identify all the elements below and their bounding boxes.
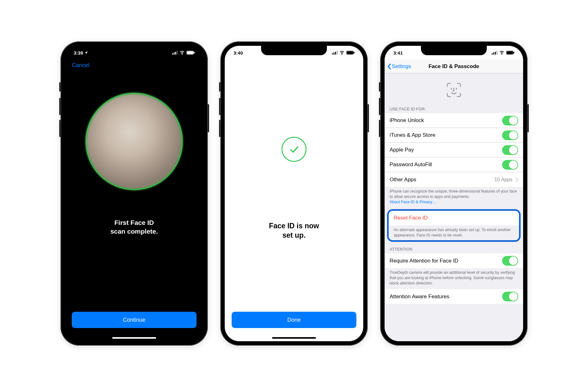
home-indicator[interactable] xyxy=(112,337,156,339)
cellular-icon xyxy=(492,51,497,55)
other-apps-count: 10 Apps xyxy=(494,177,512,183)
row-label: iPhone Unlock xyxy=(390,117,424,124)
home-indicator[interactable] xyxy=(272,337,316,339)
setup-complete-message: Face ID is now set up. xyxy=(225,221,363,240)
row-require-attention[interactable]: Require Attention for Face ID xyxy=(385,253,523,268)
wifi-icon xyxy=(499,51,504,55)
location-icon xyxy=(84,51,88,55)
wifi-icon xyxy=(180,51,185,55)
row-iphone-unlock[interactable]: iPhone Unlock xyxy=(385,113,523,128)
nav-bar: Settings Face ID & Passcode xyxy=(385,60,523,73)
notch xyxy=(421,46,487,55)
chevron-left-icon xyxy=(387,63,391,70)
highlight-reset-faceid: Reset Face ID An alternate appearance ha… xyxy=(387,209,521,242)
battery-icon xyxy=(186,51,195,55)
cellular-icon xyxy=(332,51,338,55)
cellular-icon xyxy=(172,51,178,55)
svg-rect-13 xyxy=(354,52,354,54)
svg-rect-7 xyxy=(332,53,333,55)
phone-2: 3:40 Face ID is now set up. Done xyxy=(220,41,368,346)
battery-icon xyxy=(346,51,354,55)
scan-ring xyxy=(86,93,183,190)
done-button[interactable]: Done xyxy=(232,312,356,328)
faceid-icon xyxy=(385,73,523,105)
toggle-autofill[interactable] xyxy=(502,160,518,170)
row-apple-pay[interactable]: Apple Pay xyxy=(385,143,523,157)
svg-rect-17 xyxy=(496,51,497,55)
svg-rect-16 xyxy=(495,52,496,55)
svg-rect-3 xyxy=(177,51,178,55)
toggle-require-attention[interactable] xyxy=(502,256,518,266)
svg-rect-20 xyxy=(514,52,514,54)
svg-rect-1 xyxy=(174,52,175,55)
svg-rect-5 xyxy=(187,51,193,54)
continue-button[interactable]: Continue xyxy=(72,312,197,328)
svg-rect-0 xyxy=(172,53,173,55)
svg-rect-8 xyxy=(333,52,334,55)
row-label: iTunes & App Store xyxy=(390,132,435,138)
notch xyxy=(101,46,167,55)
toggle-iphone-unlock[interactable] xyxy=(502,116,518,125)
scan-complete-message: First Face ID scan complete. xyxy=(65,218,203,236)
back-button[interactable]: Settings xyxy=(387,63,411,70)
footer-use-for: iPhone can recognize the unique, three-d… xyxy=(385,187,523,208)
row-other-apps[interactable]: Other Apps 10 Apps xyxy=(385,172,523,187)
svg-rect-10 xyxy=(337,51,338,55)
row-autofill[interactable]: Password AutoFill xyxy=(385,157,523,172)
row-label: Password AutoFill xyxy=(390,162,432,168)
notch xyxy=(261,46,327,55)
section-header-usefor: USE FACE ID FOR: xyxy=(385,105,523,113)
toggle-attention-aware[interactable] xyxy=(502,292,518,301)
row-label: Attention Aware Features xyxy=(390,294,449,300)
success-checkmark-icon xyxy=(281,137,307,162)
phone-1: 3:39 Cancel First Face ID scan complete.… xyxy=(60,41,208,346)
row-label: Apple Pay xyxy=(390,147,414,153)
row-reset-faceid[interactable]: Reset Face ID xyxy=(389,211,519,225)
battery-icon xyxy=(506,51,514,55)
wifi-icon xyxy=(339,51,344,55)
row-itunes[interactable]: iTunes & App Store xyxy=(385,128,523,143)
toggle-apple-pay[interactable] xyxy=(502,145,518,155)
footer-attention: TrueDepth camera will provide an additio… xyxy=(385,268,523,289)
svg-rect-2 xyxy=(175,52,176,55)
reset-label: Reset Face ID xyxy=(394,215,428,221)
svg-rect-14 xyxy=(492,53,493,55)
svg-rect-6 xyxy=(194,52,195,54)
svg-rect-19 xyxy=(507,51,513,54)
row-attention-aware[interactable]: Attention Aware Features xyxy=(385,289,523,304)
status-time: 3:41 xyxy=(393,50,403,56)
status-time: 3:40 xyxy=(234,50,243,56)
privacy-link[interactable]: About Face ID & Privacy… xyxy=(390,200,436,204)
footer-reset: An alternate appearance has already been… xyxy=(389,225,519,241)
toggle-itunes[interactable] xyxy=(502,130,518,140)
status-time: 3:39 xyxy=(74,50,83,56)
svg-rect-15 xyxy=(493,52,494,55)
phone-3: 3:41 Settings Face ID & Passcode xyxy=(380,41,528,346)
row-label: Other Apps xyxy=(390,177,416,183)
cancel-button[interactable]: Cancel xyxy=(72,62,89,69)
chevron-right-icon xyxy=(516,178,518,182)
section-header-attention: ATTENTION xyxy=(385,245,523,253)
svg-rect-9 xyxy=(335,52,336,55)
row-label: Require Attention for Face ID xyxy=(390,258,458,264)
svg-rect-12 xyxy=(347,51,353,54)
